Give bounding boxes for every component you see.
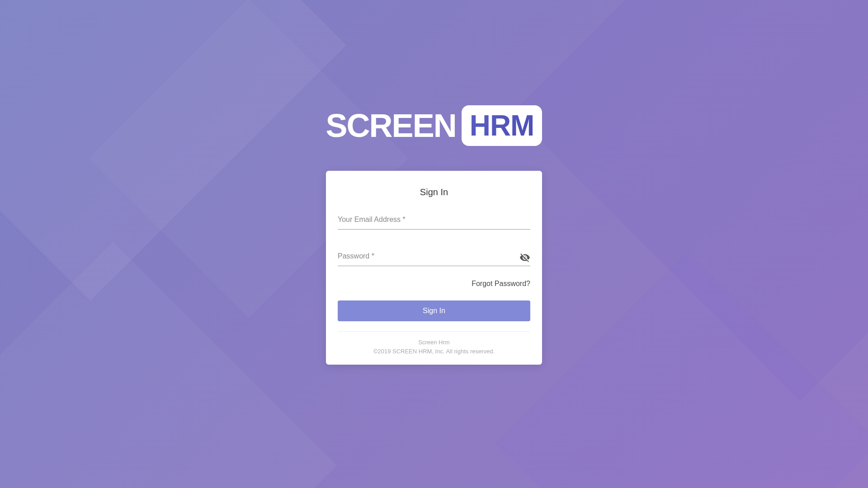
visibility-off-icon[interactable] <box>519 252 530 265</box>
divider <box>338 331 530 332</box>
email-group: Your Email Address * <box>338 211 530 230</box>
signin-button[interactable]: Sign In <box>338 300 530 321</box>
password-group: Password * <box>338 248 530 266</box>
forgot-password-wrapper: Forgot Password? <box>338 280 530 288</box>
content-wrapper: SCREEN HRM Sign In Your Email Address * … <box>326 105 542 365</box>
footer-line-1: Screen Hrm <box>338 338 530 347</box>
card-title: Sign In <box>338 187 530 197</box>
logo-badge: HRM <box>462 105 542 146</box>
forgot-password-link[interactable]: Forgot Password? <box>472 280 530 287</box>
logo: SCREEN HRM <box>326 105 542 146</box>
logo-text-hrm: HRM <box>470 109 534 142</box>
email-field[interactable] <box>338 211 530 230</box>
footer: Screen Hrm ©2019 SCREEN HRM, Inc. All ri… <box>338 338 530 356</box>
footer-line-2: ©2019 SCREEN HRM, Inc. All rights reserv… <box>338 347 530 356</box>
password-field[interactable] <box>338 248 530 266</box>
login-card: Sign In Your Email Address * Password * … <box>326 171 542 365</box>
logo-text-screen: SCREEN <box>326 107 456 144</box>
